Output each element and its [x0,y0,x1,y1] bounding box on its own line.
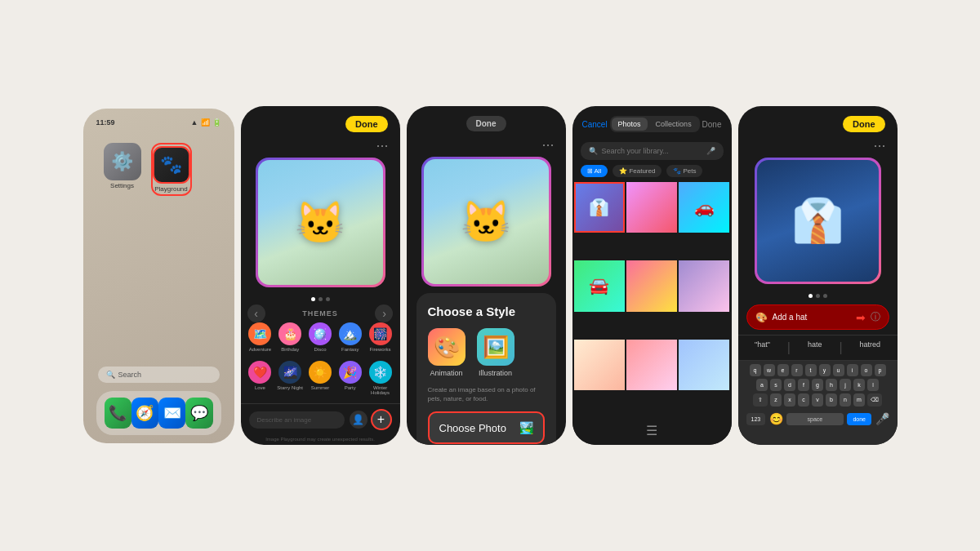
key-j[interactable]: j [840,379,851,391]
theme-starry[interactable]: 🌌 Starry Night [277,361,303,400]
playground-icon[interactable]: 🐾 [153,146,190,184]
illustration-style[interactable]: 🖼️ Illustration [477,328,514,377]
key-d[interactable]: d [784,379,795,391]
settings-icon[interactable]: ⚙️ [104,143,141,180]
safari-dock-icon[interactable]: 🧭 [131,398,158,429]
cancel-button[interactable]: Cancel [582,120,608,129]
key-h[interactable]: h [826,379,837,391]
key-shift[interactable]: ⇧ [753,393,768,407]
describe-input[interactable]: Describe an image [249,411,345,429]
style-image-area: 🐱 [421,157,551,287]
photo-cell-9[interactable] [679,340,729,390]
photo-cell-3[interactable]: 🚗 [679,182,729,233]
done-button-gray[interactable]: Done [466,116,506,131]
tab-collections[interactable]: Collections [649,118,698,131]
done-button[interactable]: Done [345,116,388,132]
theme-fireworks[interactable]: 🎆 Fireworks [368,322,394,357]
filter-pets[interactable]: 🐾 Pets [666,165,702,177]
theme-birthday[interactable]: 🎂 Birthday [277,322,303,357]
key-y[interactable]: y [819,364,831,376]
key-o[interactable]: o [861,364,872,376]
themes-next-arrow[interactable]: › [375,304,393,322]
phone-dock-icon[interactable]: 📞 [105,398,131,429]
key-s[interactable]: s [770,379,782,391]
theme-fireworks-label: Fireworks [370,347,391,352]
animation-style[interactable]: 🎨 Animation [428,328,466,377]
theme-adventure[interactable]: 🗺️ Adventure [247,322,274,357]
key-g[interactable]: g [812,379,823,391]
info-icon[interactable]: ⓘ [871,310,880,324]
key-z[interactable]: z [770,393,782,407]
illustration-icon: 🖼️ [477,328,514,366]
key-n[interactable]: n [840,393,851,407]
photo-cell-4[interactable]: 🚘 [574,260,625,311]
filter-all[interactable]: ⊞ All [581,165,608,177]
key-a[interactable]: a [756,379,768,391]
theme-disco[interactable]: 🪩 Disco [307,322,333,357]
key-u[interactable]: u [833,364,844,376]
key-space[interactable]: space [786,413,844,425]
screen3-choose-style: Done ··· 🐱 Choose a Style 🎨 Animation 🖼️ [407,106,566,445]
photos-tabs: Photos Collections [610,116,700,132]
autocomplete-1[interactable]: "hat" [755,340,770,355]
person-icon[interactable]: 👤 [350,411,368,429]
key-w[interactable]: w [764,364,775,376]
more-button-s5[interactable]: ··· [873,137,885,154]
choose-photo-button[interactable]: Choose Photo 🏞️ [428,411,545,444]
key-e[interactable]: e [777,364,789,376]
style-image: 🐱 [424,159,549,284]
key-i[interactable]: i [847,364,858,376]
key-x[interactable]: x [784,393,795,407]
key-k[interactable]: k [853,379,865,391]
more-button-s3[interactable]: ··· [541,136,554,153]
settings-app[interactable]: ⚙️ Settings [102,143,143,196]
filter-featured[interactable]: ⭐ Featured [612,165,662,177]
search-library[interactable]: 🔍 Search your library... 🎤 [581,142,724,160]
theme-love[interactable]: ❤️ Love [247,361,274,400]
photo-cell-7[interactable] [574,340,625,390]
result-dot-3 [823,294,827,298]
theme-summer[interactable]: ☀️ Summer [307,361,333,400]
key-r[interactable]: r [791,364,803,376]
photo-cell-1[interactable]: 👔 [574,182,625,233]
key-123[interactable]: 123 [746,413,766,425]
key-q[interactable]: q [750,364,761,376]
style-options: 🎨 Animation 🖼️ Illustration [428,328,545,377]
more-button[interactable]: ··· [376,137,388,154]
themes-prev-arrow[interactable]: ‹ [247,304,265,322]
autocomplete-3[interactable]: hatred [859,340,880,355]
key-m[interactable]: m [853,393,865,407]
key-t[interactable]: t [805,364,817,376]
theme-fantasy[interactable]: 🏔️ Fantasy [337,322,363,357]
mail-dock-icon[interactable]: ✉️ [158,398,185,429]
tab-photos[interactable]: Photos [612,118,648,131]
photo-cell-6[interactable] [679,260,729,311]
text-input-bar[interactable]: 🎨 Add a hat ➡ ⓘ [746,304,889,330]
add-button[interactable]: + [371,409,392,430]
key-p[interactable]: p [875,364,886,376]
photo-cell-5[interactable] [626,260,677,311]
key-l[interactable]: l [867,379,879,391]
key-c[interactable]: c [798,393,809,407]
theme-party[interactable]: 🎉 Party [337,361,363,400]
key-f[interactable]: f [798,379,809,391]
key-done[interactable]: done [847,413,871,425]
choose-style-panel: Choose a Style 🎨 Animation 🖼️ Illustrati… [416,293,556,445]
done-btn-s4[interactable]: Done [702,120,722,129]
photo-cell-2[interactable] [626,182,677,233]
key-mic[interactable]: 🎤 [875,412,889,425]
theme-winter[interactable]: ❄️ Winter Holidays [368,361,394,400]
filter-lines-icon[interactable]: ☰ [646,423,657,438]
page-dots [241,297,400,301]
done-button-s5[interactable]: Done [843,116,885,132]
playground-app[interactable]: 🐾 Playground [151,143,192,196]
photo-cell-8[interactable] [626,340,677,390]
key-delete[interactable]: ⌫ [867,393,882,407]
key-emoji[interactable]: 😊 [769,412,783,425]
key-v[interactable]: v [812,393,823,407]
messages-dock-icon[interactable]: 💬 [185,398,212,429]
search-bar[interactable]: 🔍 Search [98,367,220,383]
illustration-label: Illustration [479,369,512,377]
key-b[interactable]: b [826,393,837,407]
autocomplete-2[interactable]: hate [808,340,822,355]
